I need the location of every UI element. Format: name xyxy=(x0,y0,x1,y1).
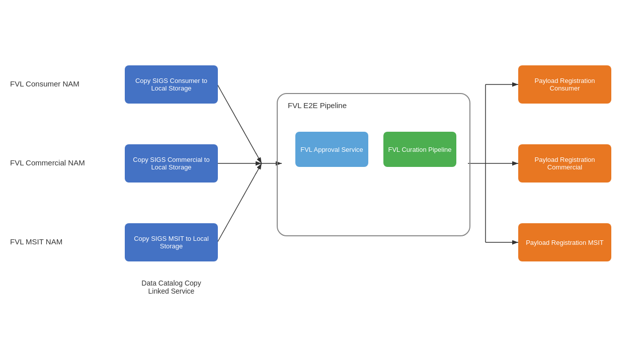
pipeline-container: FVL E2E Pipeline FVL Approval Service FV… xyxy=(277,93,470,236)
copy-msit-box: Copy SIGS MSIT to Local Storage xyxy=(125,223,218,261)
payload-commercial-box: Payload Registration Commercial xyxy=(518,144,611,183)
pipeline-title: FVL E2E Pipeline xyxy=(288,101,347,110)
curation-pipeline-box: FVL Curation Pipeline xyxy=(383,132,456,167)
consumer-nam-label: FVL Consumer NAM xyxy=(10,79,79,88)
svg-line-1 xyxy=(217,84,262,163)
copy-consumer-box: Copy SIGS Consumer to Local Storage xyxy=(125,65,218,104)
payload-consumer-box: Payload Registration Consumer xyxy=(518,65,611,104)
msit-nam-label: FVL MSIT NAM xyxy=(10,237,62,246)
payload-msit-box: Payload Registration MSIT xyxy=(518,223,611,261)
svg-line-3 xyxy=(217,163,262,242)
copy-commercial-box: Copy SIGS Commercial to Local Storage xyxy=(125,144,218,183)
diagram-container: FVL Consumer NAM FVL Commercial NAM FVL … xyxy=(0,0,644,362)
approval-service-box: FVL Approval Service xyxy=(295,132,368,167)
commercial-nam-label: FVL Commercial NAM xyxy=(10,158,85,167)
data-catalog-label: Data Catalog CopyLinked Service xyxy=(125,279,218,295)
